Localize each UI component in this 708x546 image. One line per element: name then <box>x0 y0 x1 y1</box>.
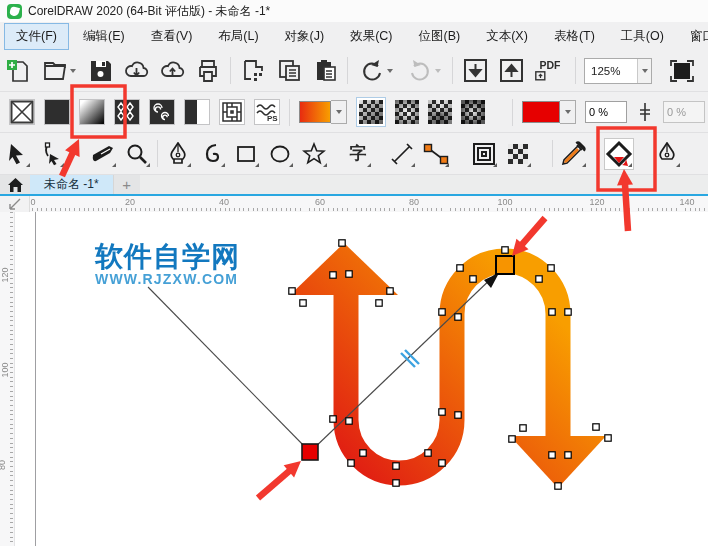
undo-flyout-caret[interactable] <box>387 69 393 73</box>
ellipse-tool-icon[interactable] <box>266 139 294 169</box>
menu-item[interactable]: 编辑(E) <box>71 23 137 50</box>
save-icon[interactable] <box>86 57 114 85</box>
menu-item[interactable]: 文件(F) <box>4 23 69 50</box>
selection-node[interactable] <box>455 412 461 418</box>
selection-node[interactable] <box>555 483 561 489</box>
selection-node[interactable] <box>330 416 336 422</box>
selection-node[interactable] <box>502 247 508 253</box>
outline-pen-tool-icon[interactable] <box>653 139 681 169</box>
horizontal-ruler[interactable]: 020406080100120140 <box>0 196 708 213</box>
bitmap-pattern-fill-icon[interactable] <box>149 99 175 125</box>
knife-tool-icon[interactable] <box>89 139 117 169</box>
zoom-level-combo[interactable]: 125% <box>584 58 652 84</box>
new-document-icon[interactable] <box>4 57 32 85</box>
selection-node[interactable] <box>605 435 611 441</box>
postscript-fill-icon[interactable]: PS <box>254 99 280 125</box>
selection-node[interactable] <box>330 272 336 278</box>
document-tab[interactable]: 未命名 -1* <box>30 175 113 194</box>
freehand-tool-icon[interactable] <box>198 139 226 169</box>
selection-node[interactable] <box>393 463 399 469</box>
new-tab-button[interactable]: + <box>113 175 140 194</box>
menu-item[interactable]: 工具(O) <box>609 23 676 50</box>
selection-node[interactable] <box>565 309 571 315</box>
interactive-fill-tool-icon[interactable] <box>605 139 633 169</box>
no-fill-icon[interactable] <box>9 99 35 125</box>
s-arrow-shape[interactable] <box>290 243 606 488</box>
gradient-preview-swatch[interactable] <box>299 101 331 123</box>
selection-node[interactable] <box>565 452 571 458</box>
rectangular-fountain-fill-icon[interactable] <box>461 100 485 124</box>
copy-icon[interactable] <box>275 57 303 85</box>
linear-fountain-selected-frame[interactable] <box>356 97 386 127</box>
color-eyedropper-icon[interactable] <box>559 139 587 169</box>
selection-node[interactable] <box>376 300 382 306</box>
linear-fountain-fill-icon[interactable] <box>359 100 383 124</box>
conical-fountain-fill-icon[interactable] <box>428 100 452 124</box>
uniform-fill-icon[interactable] <box>44 99 70 125</box>
vertical-ruler[interactable]: 12010080 <box>0 212 15 546</box>
selection-node[interactable] <box>549 309 555 315</box>
zoom-tool-icon[interactable] <box>123 139 151 169</box>
contour-tool-icon[interactable] <box>470 139 498 169</box>
selection-node[interactable] <box>455 314 461 320</box>
fullscreen-preview-icon[interactable] <box>668 57 696 85</box>
selection-node[interactable] <box>393 480 399 486</box>
dimension-tool-icon[interactable] <box>388 139 416 169</box>
print-icon[interactable] <box>194 57 222 85</box>
node-color-swatch[interactable] <box>522 101 560 123</box>
selection-node[interactable] <box>346 418 352 424</box>
publish-pdf-icon[interactable]: PDF <box>533 57 567 85</box>
zoom-combo-caret[interactable] <box>637 59 651 83</box>
up-arrowhead[interactable] <box>290 243 398 295</box>
redo-icon[interactable] <box>404 57 444 85</box>
selection-node[interactable] <box>300 300 306 306</box>
menu-item[interactable]: 窗口(W) <box>678 23 708 50</box>
cut-icon[interactable] <box>239 57 267 85</box>
selection-node[interactable] <box>520 425 526 431</box>
selection-node[interactable] <box>346 271 352 277</box>
elliptical-fountain-fill-icon[interactable] <box>395 100 419 124</box>
open-flyout-caret[interactable] <box>70 69 76 73</box>
drawing-canvas[interactable]: 软件自学网 WWW.RJZXW.COM <box>0 212 708 546</box>
pen-tool-icon[interactable] <box>164 139 192 169</box>
export-icon[interactable] <box>497 57 525 85</box>
two-color-pattern-fill-icon[interactable] <box>184 99 210 125</box>
shape-tool-icon[interactable] <box>37 139 65 169</box>
fountain-fill-icon[interactable] <box>79 99 105 125</box>
selection-node[interactable] <box>348 460 354 466</box>
selection-node[interactable] <box>439 460 445 466</box>
cloud-download-icon[interactable] <box>122 57 150 85</box>
menu-item[interactable]: 布局(L) <box>206 23 270 50</box>
selection-node[interactable] <box>457 265 463 271</box>
gradient-start-node[interactable] <box>302 444 318 460</box>
welcome-home-icon[interactable] <box>0 175 30 194</box>
connector-tool-icon[interactable] <box>422 139 450 169</box>
selection-node[interactable] <box>289 288 295 294</box>
import-icon[interactable] <box>461 57 489 85</box>
selection-node[interactable] <box>360 450 366 456</box>
cloud-upload-icon[interactable] <box>158 57 186 85</box>
vector-pattern-fill-icon[interactable] <box>114 99 140 125</box>
selection-node[interactable] <box>439 309 445 315</box>
undo-icon[interactable] <box>356 57 396 85</box>
polygon-star-tool-icon[interactable] <box>300 139 328 169</box>
transparency-tool-icon[interactable] <box>504 139 532 169</box>
rectangle-tool-icon[interactable] <box>232 139 260 169</box>
fill-picker-caret[interactable] <box>331 100 347 124</box>
selection-node[interactable] <box>470 276 476 282</box>
node-transparency-input[interactable] <box>585 101 627 123</box>
selection-node[interactable] <box>536 276 542 282</box>
selection-node[interactable] <box>548 265 554 271</box>
selection-node[interactable] <box>439 409 445 415</box>
menu-item[interactable]: 查看(V) <box>139 23 205 50</box>
menu-item[interactable]: 效果(C) <box>338 23 404 50</box>
selection-node[interactable] <box>593 424 599 430</box>
open-document-icon[interactable] <box>40 57 78 85</box>
node-color-caret[interactable] <box>560 100 576 124</box>
gradient-end-node[interactable] <box>496 256 514 274</box>
menu-item[interactable]: 位图(B) <box>407 23 473 50</box>
selection-node[interactable] <box>387 288 393 294</box>
selection-node[interactable] <box>339 240 345 246</box>
menu-item[interactable]: 对象(J) <box>273 23 337 50</box>
node-color-picker[interactable] <box>522 100 576 124</box>
